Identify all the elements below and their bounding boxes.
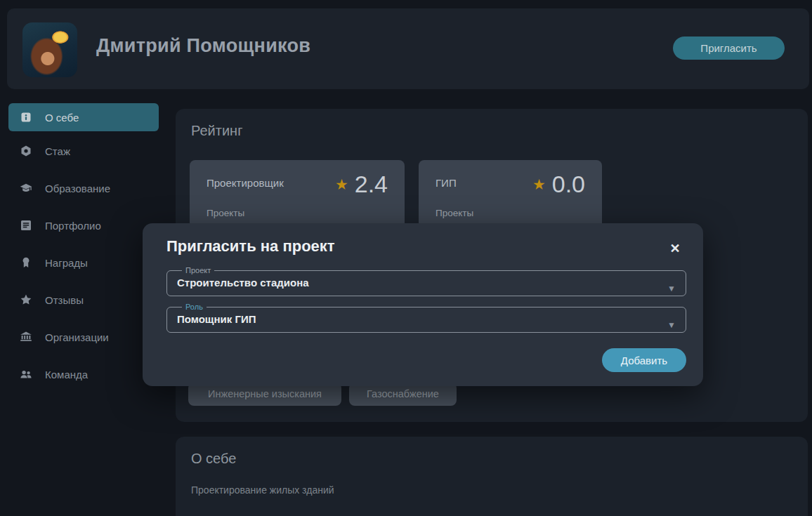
about-title: О себе xyxy=(191,451,236,467)
rating-title: Рейтинг xyxy=(191,123,242,139)
rating-score: ★ 0.0 xyxy=(532,171,585,197)
sidebar-item-reviews[interactable]: Отзывы xyxy=(8,286,159,314)
avatar xyxy=(22,22,77,77)
star-icon xyxy=(20,293,32,306)
star-icon: ★ xyxy=(335,176,348,193)
star-icon: ★ xyxy=(532,176,546,193)
project-select-label: Проект xyxy=(182,267,214,274)
rating-sub-label: Проекты xyxy=(207,208,244,218)
sidebar-item-label: Отзывы xyxy=(45,294,84,306)
sidebar-item-label: Команда xyxy=(45,369,88,381)
bank-icon xyxy=(20,331,32,343)
sidebar-item-label: Стаж xyxy=(45,145,70,157)
role-select[interactable]: Роль Помощник ГИП ▼ xyxy=(166,303,686,333)
role-select-value: Помощник ГИП xyxy=(177,313,676,325)
modal-title: Пригласить на проект xyxy=(166,237,335,256)
rating-role: Проектировщик xyxy=(207,177,284,189)
role-select-label: Роль xyxy=(182,303,207,311)
sidebar-item-label: Организации xyxy=(45,331,109,343)
rating-role: ГИП xyxy=(436,177,457,189)
sidebar-item-about[interactable]: О себе xyxy=(8,103,159,131)
badge-icon xyxy=(20,145,32,157)
sidebar-item-label: Награды xyxy=(45,257,88,269)
project-select[interactable]: Проект Строительство стадиона ▼ xyxy=(166,267,686,296)
close-icon[interactable]: ✕ xyxy=(667,240,683,257)
profile-page: Дмитрий Помощников Пригласить О себе Ста… xyxy=(0,0,812,516)
chevron-down-icon: ▼ xyxy=(667,320,676,330)
sidebar-item-label: Портфолио xyxy=(45,220,101,232)
sidebar-item-team[interactable]: Команда xyxy=(8,360,159,388)
about-text: Проектирование жилых зданий xyxy=(191,484,334,496)
rating-value: 0.0 xyxy=(552,171,585,197)
about-section: О себе Проектирование жилых зданий xyxy=(176,437,808,516)
sidebar-item-organizations[interactable]: Организации xyxy=(8,323,159,351)
invite-modal: Пригласить на проект ✕ Проект Строительс… xyxy=(143,223,703,386)
people-icon xyxy=(20,368,32,381)
profile-header: Дмитрий Помощников Пригласить xyxy=(7,8,809,89)
add-button[interactable]: Добавить xyxy=(602,348,686,372)
graduation-cap-icon xyxy=(20,182,32,194)
medal-icon xyxy=(20,256,32,269)
sidebar-item-experience[interactable]: Стаж xyxy=(8,137,159,165)
sidebar-item-label: Образование xyxy=(45,183,110,194)
rating-value: 2.4 xyxy=(355,171,388,197)
sidebar-item-label: О себе xyxy=(45,112,79,124)
rating-score: ★ 2.4 xyxy=(335,171,388,197)
chevron-down-icon: ▼ xyxy=(667,284,676,293)
info-icon xyxy=(20,111,32,124)
sidebar-item-portfolio[interactable]: Портфолио xyxy=(8,211,159,239)
project-select-value: Строительство стадиона xyxy=(177,277,676,289)
article-icon xyxy=(20,219,32,232)
rating-sub-label: Проекты xyxy=(436,208,473,218)
profile-name: Дмитрий Помощников xyxy=(96,35,310,57)
sidebar: О себе Стаж Образование Портфолио Наград… xyxy=(8,103,159,397)
sidebar-item-education[interactable]: Образование xyxy=(8,174,159,202)
invite-button[interactable]: Пригласить xyxy=(673,37,785,60)
sidebar-item-awards[interactable]: Награды xyxy=(8,249,159,277)
